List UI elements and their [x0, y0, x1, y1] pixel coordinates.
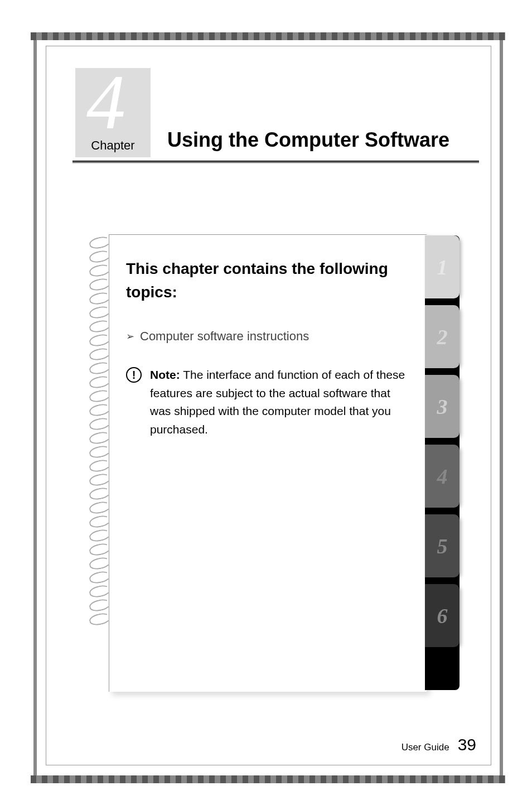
tab-6[interactable]: 6	[425, 584, 460, 647]
attention-icon: !	[126, 367, 142, 383]
topic-list-item: ➢ Computer software instructions	[126, 329, 413, 344]
tab-1[interactable]: 1	[425, 235, 460, 298]
chapter-label: Chapter	[91, 138, 134, 153]
right-border-line	[500, 40, 503, 775]
top-border-pattern	[31, 32, 505, 40]
page-number: 39	[458, 735, 476, 754]
left-border-line	[33, 40, 37, 775]
tab-3[interactable]: 3	[425, 375, 460, 438]
footer-label: User Guide	[402, 742, 449, 753]
bullet-arrow-icon: ➢	[126, 330, 134, 343]
tab-5[interactable]: 5	[425, 514, 460, 577]
chapter-title: Using the Computer Software	[167, 128, 449, 152]
title-underline	[72, 161, 479, 163]
page-footer: User Guide 39	[402, 735, 476, 754]
note-body: The interface and function of each of th…	[150, 368, 405, 436]
content-heading: This chapter contains the following topi…	[126, 257, 413, 304]
topic-text: Computer software instructions	[140, 329, 309, 344]
chapter-badge: 4 Chapter	[75, 68, 151, 157]
bottom-border-pattern	[31, 775, 505, 783]
note-label: Note:	[150, 368, 180, 381]
content-panel: This chapter contains the following topi…	[109, 234, 427, 692]
note-text: Note: The interface and function of each…	[150, 366, 413, 438]
tab-2[interactable]: 2	[425, 305, 460, 368]
chapter-number: 4	[86, 57, 125, 147]
section-tabs: 1 2 3 4 5 6	[425, 235, 460, 654]
tab-4[interactable]: 4	[425, 445, 460, 508]
spiral-binding	[89, 237, 110, 625]
note-block: ! Note: The interface and function of ea…	[126, 366, 413, 438]
